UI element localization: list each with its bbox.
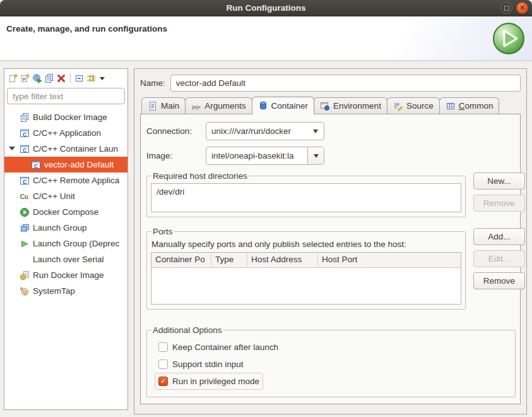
column-header-host-address[interactable]: Host Address: [247, 253, 318, 267]
tab-arguments[interactable]: (x)= Arguments: [185, 97, 252, 114]
ports-table-body[interactable]: [151, 268, 461, 304]
add-port-button[interactable]: Add...: [473, 228, 525, 245]
image-value: intel/oneapi-basekit:la: [206, 151, 307, 160]
run-banner-icon: [492, 21, 526, 56]
menu-caret-icon[interactable]: [98, 73, 106, 83]
arguments-icon: (x)=: [191, 101, 201, 111]
svg-text:P: P: [23, 76, 26, 82]
checkbox-unchecked-icon[interactable]: [158, 342, 168, 352]
container-icon: [258, 100, 268, 111]
support-stdin-checkbox-row[interactable]: Support stdin input: [155, 356, 247, 373]
column-header-host-port[interactable]: Host Port: [318, 253, 461, 267]
required-host-directories-group: Required host directories /dev/dri: [146, 171, 466, 217]
svg-text:ü: ü: [25, 193, 28, 200]
remove-directory-button: Remove: [473, 195, 525, 212]
environment-icon: [320, 101, 330, 111]
ports-title: Ports: [151, 227, 174, 236]
ports-group: Ports Manually specify ports and only pu…: [146, 227, 466, 310]
tree-item-c-application[interactable]: C C/C++ Application: [4, 125, 127, 141]
close-icon: ✕: [519, 4, 525, 11]
checkbox-unchecked-icon[interactable]: [158, 360, 168, 369]
tree-item-c-remote-application[interactable]: C C/C++ Remote Applica: [4, 172, 127, 188]
tree-item-run-docker-image[interactable]: Run Docker Image: [4, 267, 127, 283]
table-icon: [446, 101, 456, 111]
edit-port-button: Edit...: [473, 250, 525, 267]
docker-image-icon: [20, 112, 30, 123]
column-header-container-port[interactable]: Container Po: [151, 253, 211, 267]
close-button[interactable]: ✕: [516, 2, 528, 14]
launch-config-tree: Build Docker Image C C/C++ Application C…: [4, 109, 127, 299]
tree-item-build-docker-image[interactable]: Build Docker Image: [4, 109, 127, 125]
tree-item-label: Launch Group (Deprec: [33, 239, 119, 248]
tab-main[interactable]: Main: [141, 97, 186, 114]
collapse-all-icon[interactable]: [74, 73, 85, 83]
tree-item-launch-group[interactable]: Launch Group: [4, 220, 127, 236]
banner-title: Create, manage, and run configurations: [6, 24, 167, 33]
checkbox-checked-icon[interactable]: ✓: [158, 377, 168, 386]
svg-text:C: C: [34, 162, 38, 169]
ports-caption: Manually specify ports and only publish …: [151, 239, 461, 249]
required-host-directories-title: Required host directories: [151, 171, 249, 181]
column-header-type[interactable]: Type: [211, 253, 247, 267]
host-directories-list[interactable]: /dev/dri: [151, 183, 461, 212]
tab-label: Container: [271, 101, 309, 111]
delete-launch-configuration-icon[interactable]: [56, 73, 66, 83]
tree-item-c-unit[interactable]: C ü C/C++ Unit: [4, 188, 127, 204]
tab-container[interactable]: Container: [252, 97, 315, 114]
connection-select[interactable]: unix:///var/run/docker: [206, 122, 324, 140]
systemtap-icon: [20, 286, 30, 296]
dialog-body: P: [0, 61, 532, 417]
ports-table: Container Po Type Host Address Host Port: [151, 252, 461, 305]
tree-item-docker-compose[interactable]: Docker Compose: [4, 204, 127, 220]
ports-table-header: Container Po Type Host Address Host Port: [151, 253, 461, 268]
image-combo[interactable]: intel/oneapi-basekit:la: [206, 147, 324, 165]
window-title: Run Configurations: [0, 0, 532, 16]
export-launch-configuration-icon[interactable]: [32, 73, 42, 83]
remove-port-button[interactable]: Remove: [473, 272, 525, 289]
svg-text:C: C: [23, 178, 27, 184]
new-launch-configuration-icon[interactable]: [8, 73, 18, 83]
tab-label: Environment: [333, 101, 381, 111]
tree-item-launch-over-serial[interactable]: Launch over Serial: [4, 251, 127, 267]
checkbox-label: Support stdin input: [172, 360, 244, 369]
tree-item-label: Build Docker Image: [33, 112, 107, 122]
connection-label: Connection:: [146, 126, 206, 136]
filter-launch-configurations-icon[interactable]: [86, 73, 97, 83]
name-label: Name:: [140, 78, 165, 88]
tab-common[interactable]: Common: [439, 97, 500, 114]
tab-source[interactable]: Source: [387, 97, 440, 114]
maximize-icon: [504, 6, 509, 11]
tree-item-label: SystemTap: [33, 286, 75, 296]
keep-container-checkbox-row[interactable]: Keep Container after launch: [155, 339, 282, 356]
image-label: Image:: [146, 151, 206, 160]
host-directory-item[interactable]: /dev/dri: [157, 186, 456, 198]
tree-item-systemtap[interactable]: SystemTap: [4, 283, 127, 299]
expander-icon[interactable]: [9, 147, 15, 150]
privileged-mode-checkbox-row[interactable]: ✓ Run in privileged mode: [155, 373, 263, 390]
new-directory-button[interactable]: New...: [473, 172, 525, 190]
tab-label: Arguments: [204, 101, 245, 111]
tree-item-c-container-launcher[interactable]: C C/C++ Container Laun: [4, 141, 127, 157]
image-dropdown-button[interactable]: [307, 147, 324, 164]
configuration-editor: Name: Main (x)= Arguments: [134, 68, 527, 414]
container-tab-panel: Connection: unix:///var/run/docker Image…: [140, 114, 521, 404]
connection-value: unix:///var/run/docker: [206, 126, 307, 136]
name-input[interactable]: [170, 75, 521, 92]
filter-input[interactable]: [7, 88, 125, 104]
c-application-icon: C: [31, 160, 41, 170]
tree-item-launch-group-deprecated[interactable]: Launch Group (Deprec: [4, 236, 127, 251]
titlebar: Run Configurations ✕: [0, 0, 532, 16]
tab-bar: Main (x)= Arguments Container: [140, 97, 521, 114]
tree-item-vector-add-default[interactable]: C vector-add Default: [4, 157, 127, 172]
tree-item-label: vector-add Default: [44, 160, 114, 169]
tree-item-label: C/C++ Container Laun: [33, 144, 118, 154]
sidebar-toolbar: P: [7, 71, 125, 86]
chevron-down-icon: [314, 154, 319, 158]
tab-label: Main: [161, 101, 179, 111]
tab-environment[interactable]: Environment: [314, 97, 387, 114]
tree-item-label: Launch Group: [33, 223, 87, 233]
maximize-button[interactable]: [500, 2, 512, 14]
tree-item-label: Docker Compose: [33, 207, 98, 217]
new-launch-configuration-prototype-icon[interactable]: P: [20, 73, 30, 83]
duplicate-launch-configuration-icon[interactable]: [44, 73, 54, 83]
